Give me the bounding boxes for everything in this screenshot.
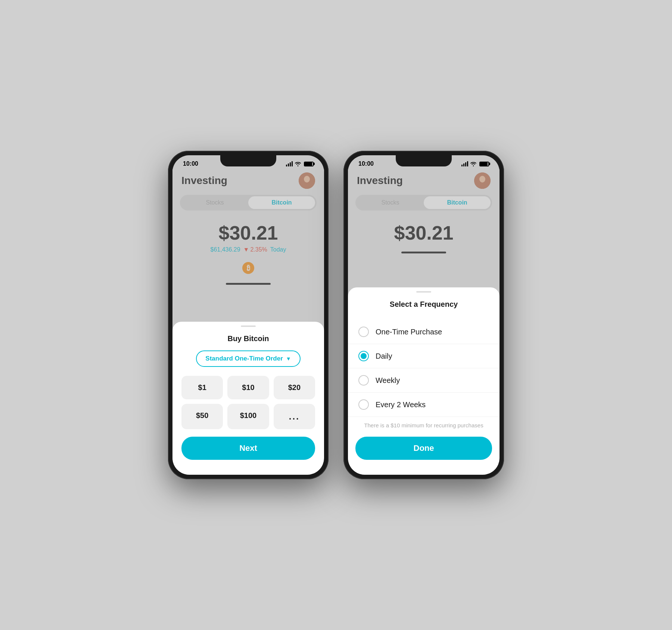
phone-2: 10:00 bbox=[343, 151, 504, 479]
phone-1: 10:00 bbox=[168, 151, 329, 479]
notch-2 bbox=[396, 155, 452, 166]
sheet-handle-1 bbox=[241, 325, 256, 327]
battery-icon-2 bbox=[479, 162, 489, 166]
freq-note: There is a $10 minimum for recurring pur… bbox=[348, 417, 500, 437]
status-time-1: 10:00 bbox=[183, 160, 198, 167]
radio-biweekly[interactable] bbox=[358, 399, 369, 410]
freq-option-biweekly[interactable]: Every 2 Weeks bbox=[348, 393, 500, 417]
dropdown-arrow-icon: ▼ bbox=[286, 356, 291, 362]
phone-2-screen: 10:00 bbox=[348, 155, 500, 475]
freq-label-one-time: One-Time Purchase bbox=[376, 328, 442, 336]
radio-one-time[interactable] bbox=[358, 327, 369, 337]
freq-sheet-title: Select a Frequency bbox=[348, 300, 500, 312]
radio-weekly[interactable] bbox=[358, 375, 369, 386]
amount-btn-100[interactable]: $100 bbox=[227, 404, 269, 429]
radio-daily[interactable] bbox=[358, 351, 369, 361]
wifi-icon-1 bbox=[295, 161, 301, 166]
amount-btn-more[interactable]: ... bbox=[274, 404, 315, 429]
notch-1 bbox=[220, 155, 276, 166]
freq-label-biweekly: Every 2 Weeks bbox=[376, 400, 426, 409]
sheet-handle-2 bbox=[416, 291, 431, 293]
signal-icon-1 bbox=[286, 161, 293, 166]
amount-btn-1[interactable]: $1 bbox=[181, 376, 223, 399]
freq-option-daily[interactable]: Daily bbox=[348, 344, 500, 368]
battery-icon-1 bbox=[304, 162, 314, 166]
status-icons-2 bbox=[461, 161, 489, 166]
frequency-sheet: Select a Frequency One-Time Purchase Dai… bbox=[348, 287, 500, 475]
sheet-title-1: Buy Bitcoin bbox=[181, 334, 315, 343]
freq-label-weekly: Weekly bbox=[376, 376, 400, 385]
done-button[interactable]: Done bbox=[355, 437, 492, 460]
amount-btn-10[interactable]: $10 bbox=[227, 376, 269, 399]
freq-label-daily: Daily bbox=[376, 352, 392, 361]
order-type-dropdown[interactable]: Standard One-Time Order ▼ bbox=[196, 350, 301, 367]
signal-icon-2 bbox=[461, 161, 468, 166]
amount-btn-20[interactable]: $20 bbox=[274, 376, 315, 399]
freq-option-one-time[interactable]: One-Time Purchase bbox=[348, 320, 500, 344]
wifi-icon-2 bbox=[470, 161, 477, 166]
amount-btn-50[interactable]: $50 bbox=[181, 404, 223, 429]
buy-bitcoin-sheet: Buy Bitcoin Standard One-Time Order ▼ $1… bbox=[172, 322, 324, 475]
phone-1-screen: 10:00 bbox=[172, 155, 324, 475]
dropdown-text: Standard One-Time Order bbox=[205, 355, 283, 362]
next-button[interactable]: Next bbox=[181, 437, 315, 460]
status-icons-1 bbox=[286, 161, 314, 166]
amount-grid: $1 $10 $20 $50 $100 ... bbox=[181, 376, 315, 429]
status-time-2: 10:00 bbox=[358, 160, 374, 167]
freq-option-weekly[interactable]: Weekly bbox=[348, 368, 500, 393]
